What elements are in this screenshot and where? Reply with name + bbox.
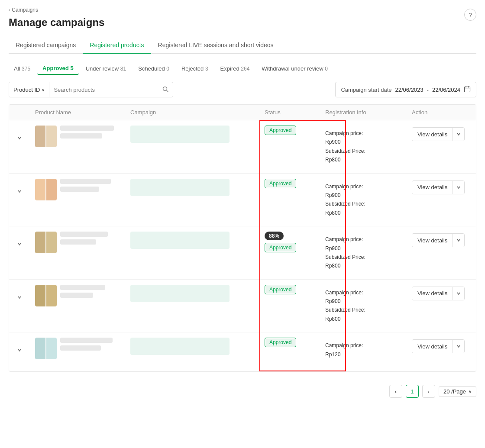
table-row: Approved Campaign price:Rp120 View detai…: [9, 332, 476, 371]
status-badge-3: Approved: [265, 243, 296, 252]
page-size-chevron-icon: ∨: [469, 389, 472, 394]
main-tabs: Registered campaigns Registered products…: [9, 37, 476, 54]
filter-tabs: All 375 Approved 5 Under review 81 Sched…: [9, 62, 476, 75]
status-cell-3: 88% Approved: [259, 232, 320, 252]
status-badge-1: Approved: [265, 126, 296, 135]
table-row: Approved Campaign price:Rp900Subsidized …: [9, 280, 476, 333]
filter-tab-approved[interactable]: Approved 5: [37, 62, 79, 75]
prev-page-btn[interactable]: ‹: [389, 385, 402, 398]
th-campaign: Campaign: [125, 109, 259, 116]
th-product-name: Product Name: [30, 109, 125, 116]
status-cell-4: Approved: [259, 285, 320, 294]
expand-icon-2[interactable]: [9, 179, 30, 195]
filter-tab-withdrawal[interactable]: Withdrawal under review 0: [256, 63, 333, 74]
th-action: Action: [407, 109, 476, 116]
action-cell-3: View details: [407, 232, 476, 247]
calendar-icon: [464, 86, 471, 94]
product-thumbnail-1: [35, 126, 57, 147]
search-input[interactable]: [49, 82, 158, 97]
search-filter-label: Product ID: [13, 87, 40, 93]
page-title: Manage campaigns: [9, 16, 476, 29]
campaign-cell-2: [125, 179, 259, 196]
reg-info-cell-2: Campaign price:Rp900Subsidized Price:Rp8…: [320, 179, 407, 221]
view-details-label-3: View details: [412, 234, 453, 247]
date-filter-label: Campaign start date: [341, 87, 391, 93]
campaign-cell-5: [125, 338, 259, 355]
action-cell-5: View details: [407, 338, 476, 353]
product-name-block-4: [60, 285, 120, 300]
th-reg-info: Registration Info: [320, 109, 407, 116]
view-details-chevron-1: [453, 128, 464, 141]
search-area: Product ID ∨: [9, 82, 173, 97]
action-cell-4: View details: [407, 285, 476, 300]
filter-tab-scheduled[interactable]: Scheduled 0: [133, 63, 175, 74]
page-size-select[interactable]: 20 /Page ∨: [439, 386, 476, 397]
tab-registered-products[interactable]: Registered products: [83, 37, 151, 54]
status-cell-1: Approved: [259, 126, 320, 135]
date-filter[interactable]: Campaign start date 22/06/2023 - 22/06/2…: [335, 82, 476, 97]
view-details-label-4: View details: [412, 287, 453, 300]
campaign-cell-4: [125, 285, 259, 302]
table-row: Approved Campaign price:Rp900Subsidized …: [9, 120, 476, 174]
filter-tab-rejected[interactable]: Rejected 3: [176, 63, 213, 74]
product-thumbnail-3: [35, 232, 57, 253]
reg-info-cell-4: Campaign price:Rp900Subsidized Price:Rp8…: [320, 285, 407, 327]
th-expand: [9, 109, 30, 116]
filter-tab-under-review[interactable]: Under review 81: [81, 63, 132, 74]
tab-registered-campaigns[interactable]: Registered campaigns: [9, 37, 83, 54]
campaign-cell-3: [125, 232, 259, 249]
pagination: ‹ 1 › 20 /Page ∨: [9, 380, 476, 402]
view-details-btn-2[interactable]: View details: [412, 180, 465, 194]
status-badge-2: Approved: [265, 179, 296, 188]
svg-line-1: [167, 90, 168, 92]
expand-icon-3[interactable]: [9, 232, 30, 248]
reg-info-cell-5: Campaign price:Rp120: [320, 338, 407, 362]
status-badge-5: Approved: [265, 338, 296, 347]
filter-tab-all[interactable]: All 375: [9, 63, 36, 74]
product-cell-1: [30, 126, 125, 147]
chevron-down-icon: ∨: [42, 87, 45, 92]
view-details-chevron-5: [453, 340, 464, 353]
filter-tab-expired[interactable]: Expired 264: [215, 63, 255, 74]
date-range-end: 22/06/2024: [432, 87, 460, 93]
expand-icon-4[interactable]: [9, 285, 30, 301]
search-icon: [158, 86, 173, 93]
product-thumbnail-4: [35, 285, 57, 306]
tab-registered-live[interactable]: Registered LIVE sessions and short video…: [151, 37, 281, 54]
search-filter-select[interactable]: Product ID ∨: [9, 82, 49, 97]
th-status: Status: [259, 109, 320, 116]
status-badge-4: Approved: [265, 285, 296, 294]
table-row: Approved Campaign price:Rp900Subsidized …: [9, 174, 476, 227]
expand-icon-5[interactable]: [9, 338, 30, 354]
status-cell-2: Approved: [259, 179, 320, 188]
view-details-label-2: View details: [412, 181, 453, 194]
breadcrumb-parent[interactable]: Campaigns: [12, 7, 38, 13]
current-page-btn[interactable]: 1: [406, 385, 419, 398]
view-details-btn-1[interactable]: View details: [412, 127, 465, 141]
product-name-block-1: [60, 126, 120, 141]
product-name-block-5: [60, 338, 120, 353]
view-details-label-1: View details: [412, 128, 453, 141]
product-cell-4: [30, 285, 125, 306]
action-cell-1: View details: [407, 126, 476, 141]
reg-info-cell-1: Campaign price:Rp900Subsidized Price:Rp8…: [320, 126, 407, 168]
product-name-block-2: [60, 179, 120, 194]
product-cell-5: [30, 338, 125, 359]
table-row: 88% Approved Campaign price:Rp900Subsidi…: [9, 226, 476, 280]
help-icon[interactable]: ?: [464, 9, 476, 21]
view-details-btn-5[interactable]: View details: [412, 339, 465, 353]
product-thumbnail-5: [35, 338, 57, 359]
product-cell-2: [30, 179, 125, 200]
expand-icon-1[interactable]: [9, 126, 30, 142]
product-name-block-3: [60, 232, 120, 247]
product-cell-3: [30, 232, 125, 253]
view-details-chevron-3: [453, 234, 464, 247]
view-details-label-5: View details: [412, 340, 453, 353]
date-range-start: 22/06/2023: [395, 87, 424, 93]
view-details-btn-3[interactable]: View details: [412, 233, 465, 247]
table-header: Product Name Campaign Status Registratio…: [9, 105, 476, 120]
campaign-cell-1: [125, 126, 259, 143]
next-page-btn[interactable]: ›: [422, 385, 435, 398]
percent-badge-3: 88%: [265, 232, 284, 240]
view-details-btn-4[interactable]: View details: [412, 287, 465, 300]
